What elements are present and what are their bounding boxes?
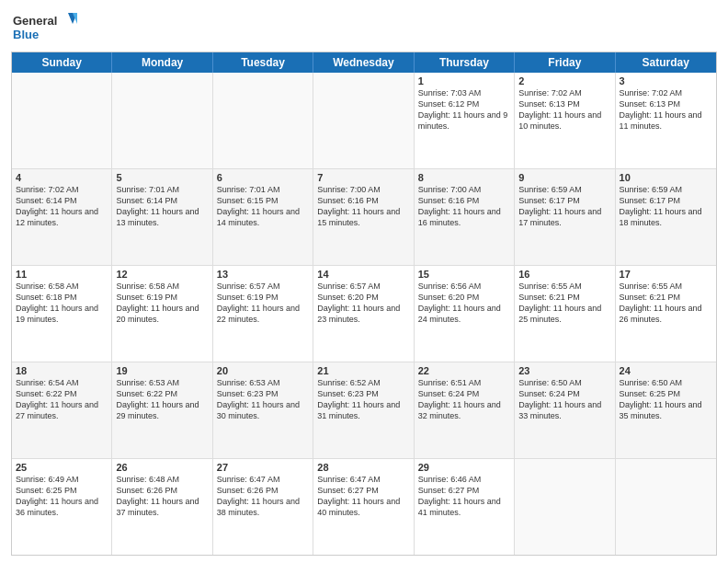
day-number: 10 (620, 172, 712, 183)
day-number: 5 (116, 172, 208, 183)
calendar-cell (313, 73, 414, 168)
calendar-cell: 3Sunrise: 7:02 AM Sunset: 6:13 PM Daylig… (616, 73, 716, 168)
calendar: SundayMondayTuesdayWednesdayThursdayFrid… (11, 52, 717, 556)
calendar-cell: 25Sunrise: 6:49 AM Sunset: 6:25 PM Dayli… (12, 459, 112, 555)
day-number: 7 (317, 172, 409, 183)
calendar-cell: 2Sunrise: 7:02 AM Sunset: 6:13 PM Daylig… (515, 73, 615, 168)
day-number: 19 (116, 365, 208, 376)
day-number: 26 (116, 462, 208, 473)
calendar-cell (112, 73, 212, 168)
calendar-cell: 15Sunrise: 6:56 AM Sunset: 6:20 PM Dayli… (415, 266, 515, 362)
calendar-cell: 11Sunrise: 6:58 AM Sunset: 6:18 PM Dayli… (12, 266, 112, 362)
calendar-cell: 12Sunrise: 6:58 AM Sunset: 6:19 PM Dayli… (112, 266, 212, 362)
day-info: Sunrise: 7:02 AM Sunset: 6:13 PM Dayligh… (620, 87, 712, 132)
day-info: Sunrise: 6:57 AM Sunset: 6:20 PM Dayligh… (317, 281, 409, 326)
calendar-cell (12, 73, 112, 168)
calendar-cell: 23Sunrise: 6:50 AM Sunset: 6:24 PM Dayli… (515, 362, 615, 458)
calendar-cell: 9Sunrise: 6:59 AM Sunset: 6:17 PM Daylig… (515, 169, 615, 265)
calendar-cell: 19Sunrise: 6:53 AM Sunset: 6:22 PM Dayli… (112, 362, 212, 458)
day-info: Sunrise: 6:50 AM Sunset: 6:24 PM Dayligh… (518, 377, 610, 422)
calendar-week-4: 25Sunrise: 6:49 AM Sunset: 6:25 PM Dayli… (12, 458, 716, 555)
calendar-cell: 20Sunrise: 6:53 AM Sunset: 6:23 PM Dayli… (213, 362, 313, 458)
day-number: 12 (116, 269, 208, 280)
day-number: 17 (620, 269, 712, 280)
day-number: 4 (16, 172, 108, 183)
calendar-cell: 27Sunrise: 6:47 AM Sunset: 6:26 PM Dayli… (213, 459, 313, 555)
day-number: 16 (518, 269, 610, 280)
day-number: 2 (518, 75, 610, 86)
day-number: 8 (418, 172, 510, 183)
day-info: Sunrise: 6:53 AM Sunset: 6:23 PM Dayligh… (217, 377, 309, 422)
day-info: Sunrise: 6:55 AM Sunset: 6:21 PM Dayligh… (518, 281, 610, 326)
day-info: Sunrise: 6:55 AM Sunset: 6:21 PM Dayligh… (620, 281, 712, 326)
day-number: 6 (217, 172, 309, 183)
day-info: Sunrise: 6:58 AM Sunset: 6:19 PM Dayligh… (116, 281, 208, 326)
day-info: Sunrise: 7:00 AM Sunset: 6:16 PM Dayligh… (317, 184, 409, 229)
day-number: 28 (317, 462, 409, 473)
day-number: 24 (620, 365, 712, 376)
logo-svg: General Blue (11, 9, 85, 46)
calendar-cell (515, 459, 615, 555)
day-info: Sunrise: 6:47 AM Sunset: 6:27 PM Dayligh… (317, 474, 409, 519)
day-info: Sunrise: 6:50 AM Sunset: 6:25 PM Dayligh… (620, 377, 712, 422)
calendar-body: 1Sunrise: 7:03 AM Sunset: 6:12 PM Daylig… (12, 73, 716, 555)
day-info: Sunrise: 6:53 AM Sunset: 6:22 PM Dayligh… (116, 377, 208, 422)
day-number: 22 (418, 365, 510, 376)
calendar-cell: 1Sunrise: 7:03 AM Sunset: 6:12 PM Daylig… (415, 73, 515, 168)
day-number: 25 (16, 462, 108, 473)
day-number: 3 (620, 75, 712, 86)
day-info: Sunrise: 6:46 AM Sunset: 6:27 PM Dayligh… (418, 474, 510, 519)
calendar-week-3: 18Sunrise: 6:54 AM Sunset: 6:22 PM Dayli… (12, 362, 716, 458)
calendar-cell: 4Sunrise: 7:02 AM Sunset: 6:14 PM Daylig… (12, 169, 112, 265)
calendar-cell: 13Sunrise: 6:57 AM Sunset: 6:19 PM Dayli… (213, 266, 313, 362)
calendar-cell (616, 459, 716, 555)
calendar-cell: 7Sunrise: 7:00 AM Sunset: 6:16 PM Daylig… (313, 169, 414, 265)
day-number: 11 (16, 269, 108, 280)
header-day-sunday: Sunday (12, 52, 112, 73)
logo: General Blue (11, 9, 85, 46)
day-number: 21 (317, 365, 409, 376)
header-day-monday: Monday (112, 52, 212, 73)
day-number: 23 (518, 365, 610, 376)
calendar-cell: 5Sunrise: 7:01 AM Sunset: 6:14 PM Daylig… (112, 169, 212, 265)
day-info: Sunrise: 6:59 AM Sunset: 6:17 PM Dayligh… (518, 184, 610, 229)
calendar-week-0: 1Sunrise: 7:03 AM Sunset: 6:12 PM Daylig… (12, 73, 716, 168)
day-info: Sunrise: 6:47 AM Sunset: 6:26 PM Dayligh… (217, 474, 309, 519)
day-number: 18 (16, 365, 108, 376)
svg-text:General: General (13, 14, 57, 28)
header-day-tuesday: Tuesday (213, 52, 313, 73)
day-info: Sunrise: 6:49 AM Sunset: 6:25 PM Dayligh… (16, 474, 108, 519)
day-info: Sunrise: 7:01 AM Sunset: 6:15 PM Dayligh… (217, 184, 309, 229)
day-number: 27 (217, 462, 309, 473)
day-number: 15 (418, 269, 510, 280)
calendar-header: SundayMondayTuesdayWednesdayThursdayFrid… (12, 52, 716, 73)
calendar-cell: 24Sunrise: 6:50 AM Sunset: 6:25 PM Dayli… (616, 362, 716, 458)
calendar-cell (213, 73, 313, 168)
calendar-cell: 17Sunrise: 6:55 AM Sunset: 6:21 PM Dayli… (616, 266, 716, 362)
calendar-cell: 16Sunrise: 6:55 AM Sunset: 6:21 PM Dayli… (515, 266, 615, 362)
header-day-saturday: Saturday (616, 52, 716, 73)
page-header: General Blue (11, 9, 717, 46)
calendar-cell: 28Sunrise: 6:47 AM Sunset: 6:27 PM Dayli… (313, 459, 414, 555)
day-info: Sunrise: 6:59 AM Sunset: 6:17 PM Dayligh… (620, 184, 712, 229)
header-day-wednesday: Wednesday (313, 52, 414, 73)
day-info: Sunrise: 7:02 AM Sunset: 6:13 PM Dayligh… (518, 87, 610, 132)
day-number: 14 (317, 269, 409, 280)
calendar-cell: 29Sunrise: 6:46 AM Sunset: 6:27 PM Dayli… (415, 459, 515, 555)
calendar-cell: 10Sunrise: 6:59 AM Sunset: 6:17 PM Dayli… (616, 169, 716, 265)
calendar-cell: 8Sunrise: 7:00 AM Sunset: 6:16 PM Daylig… (415, 169, 515, 265)
header-day-friday: Friday (515, 52, 615, 73)
calendar-week-2: 11Sunrise: 6:58 AM Sunset: 6:18 PM Dayli… (12, 265, 716, 362)
header-day-thursday: Thursday (415, 52, 515, 73)
day-number: 9 (518, 172, 610, 183)
calendar-cell: 26Sunrise: 6:48 AM Sunset: 6:26 PM Dayli… (112, 459, 212, 555)
calendar-week-1: 4Sunrise: 7:02 AM Sunset: 6:14 PM Daylig… (12, 168, 716, 265)
day-info: Sunrise: 6:52 AM Sunset: 6:23 PM Dayligh… (317, 377, 409, 422)
calendar-cell: 6Sunrise: 7:01 AM Sunset: 6:15 PM Daylig… (213, 169, 313, 265)
calendar-cell: 14Sunrise: 6:57 AM Sunset: 6:20 PM Dayli… (313, 266, 414, 362)
day-info: Sunrise: 7:01 AM Sunset: 6:14 PM Dayligh… (116, 184, 208, 229)
day-info: Sunrise: 7:03 AM Sunset: 6:12 PM Dayligh… (418, 87, 510, 132)
calendar-cell: 18Sunrise: 6:54 AM Sunset: 6:22 PM Dayli… (12, 362, 112, 458)
day-info: Sunrise: 6:58 AM Sunset: 6:18 PM Dayligh… (16, 281, 108, 326)
calendar-cell: 21Sunrise: 6:52 AM Sunset: 6:23 PM Dayli… (313, 362, 414, 458)
